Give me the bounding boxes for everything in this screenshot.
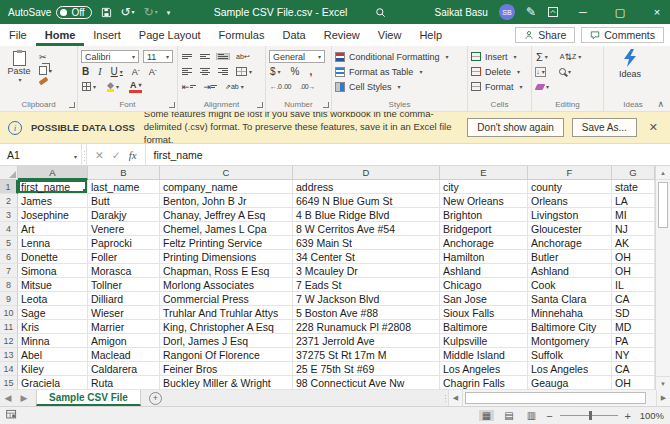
zoom-in-button[interactable]: + — [625, 410, 631, 422]
column-header-A[interactable]: A — [18, 166, 88, 180]
align-right-button[interactable] — [217, 68, 229, 75]
cell-B3[interactable]: Darakjy — [88, 208, 160, 222]
cell-F9[interactable]: Santa Clara — [528, 292, 612, 306]
cell-A6[interactable]: Donette — [18, 250, 88, 264]
cell-C5[interactable]: Feltz Printing Service — [160, 236, 293, 250]
record-macro-icon[interactable] — [6, 409, 17, 422]
cell-F4[interactable]: Gloucester — [528, 222, 612, 236]
cell-E14[interactable]: Los Angeles — [440, 362, 528, 376]
cell-F11[interactable]: Baltimore City — [528, 320, 612, 334]
cell-B9[interactable]: Dilliard — [88, 292, 160, 306]
row-header-2[interactable]: 2 — [0, 194, 18, 208]
sheet-tab-active[interactable]: Sample CSV File — [36, 390, 141, 406]
cell-D6[interactable]: 34 Center St — [293, 250, 440, 264]
increase-decimal-button[interactable]: ←.0 .00 — [269, 83, 292, 90]
cell-C11[interactable]: King, Christopher A Esq — [160, 320, 293, 334]
cell-E10[interactable]: Sioux Falls — [440, 306, 528, 320]
insert-function-icon[interactable]: fx — [129, 149, 137, 161]
column-header-C[interactable]: C — [160, 166, 293, 180]
vertical-scrollbar[interactable]: ▲ ▼ — [655, 166, 670, 390]
scroll-up-icon[interactable]: ▲ — [656, 166, 670, 180]
tab-help[interactable]: Help — [410, 24, 451, 46]
cell-C9[interactable]: Commercial Press — [160, 292, 293, 306]
cell-A15[interactable]: Graciela — [18, 376, 88, 390]
cell-G9[interactable]: CA — [612, 292, 655, 306]
number-dialog-launcher[interactable] — [323, 102, 329, 108]
cell-D9[interactable]: 7 W Jackson Blvd — [293, 292, 440, 306]
cell-A2[interactable]: James — [18, 194, 88, 208]
decrease-decimal-button[interactable]: .00→ — [299, 83, 316, 90]
cell-G5[interactable]: AK — [612, 236, 655, 250]
cell-A8[interactable]: Mitsue — [18, 278, 88, 292]
cell-F10[interactable]: Minnehaha — [528, 306, 612, 320]
cell-D1[interactable]: address — [293, 180, 440, 194]
cell-F15[interactable]: Geauga — [528, 376, 612, 390]
horizontal-scrollbar[interactable] — [462, 390, 656, 406]
cell-G2[interactable]: LA — [612, 194, 655, 208]
cell-G11[interactable]: MD — [612, 320, 655, 334]
fill-color-button[interactable]: ◆ — [106, 81, 120, 92]
cell-A11[interactable]: Kris — [18, 320, 88, 334]
warning-close-icon[interactable]: ✕ — [645, 121, 662, 134]
cell-D5[interactable]: 639 Main St — [293, 236, 440, 250]
cell-F8[interactable]: Cook — [528, 278, 612, 292]
cell-D7[interactable]: 3 Mcauley Dr — [293, 264, 440, 278]
cell-C14[interactable]: Feiner Bros — [160, 362, 293, 376]
tab-data[interactable]: Data — [273, 24, 314, 46]
cell-C7[interactable]: Chapman, Ross E Esq — [160, 264, 293, 278]
cell-D12[interactable]: 2371 Jerrold Ave — [293, 334, 440, 348]
format-cells-button[interactable]: Format — [471, 79, 528, 94]
percent-style-button[interactable]: % — [290, 66, 301, 77]
cell-C1[interactable]: company_name — [160, 180, 293, 194]
row-header-6[interactable]: 6 — [0, 250, 18, 264]
cell-E4[interactable]: Bridgeport — [440, 222, 528, 236]
cell-A1[interactable]: first_name — [18, 180, 88, 194]
row-header-15[interactable]: 15 — [0, 376, 18, 390]
cell-E12[interactable]: Kulpsville — [440, 334, 528, 348]
name-box-dropdown-icon[interactable] — [72, 149, 77, 161]
cell-B6[interactable]: Foller — [88, 250, 160, 264]
font-dialog-launcher[interactable] — [169, 102, 175, 108]
zoom-out-button[interactable]: − — [546, 410, 552, 422]
cell-B13[interactable]: Maclead — [88, 348, 160, 362]
row-header-5[interactable]: 5 — [0, 236, 18, 250]
row-header-1[interactable]: 1 — [0, 180, 18, 194]
cell-A7[interactable]: Simona — [18, 264, 88, 278]
cell-E15[interactable]: Chagrin Falls — [440, 376, 528, 390]
horizontal-scroll-thumb[interactable] — [465, 392, 646, 404]
cell-D2[interactable]: 6649 N Blue Gum St — [293, 194, 440, 208]
redo-button[interactable]: ↻▾ — [144, 6, 158, 18]
cell-B10[interactable]: Wieser — [88, 306, 160, 320]
comments-button[interactable]: Comments — [581, 27, 664, 43]
row-header-10[interactable]: 10 — [0, 306, 18, 320]
cell-E7[interactable]: Ashland — [440, 264, 528, 278]
cell-E9[interactable]: San Jose — [440, 292, 528, 306]
cell-E1[interactable]: city — [440, 180, 528, 194]
cell-B8[interactable]: Tollner — [88, 278, 160, 292]
tab-file[interactable]: File — [0, 24, 36, 46]
clipboard-dialog-launcher[interactable] — [69, 102, 75, 108]
increase-indent-button[interactable]: ⇥ — [203, 82, 219, 92]
cell-E2[interactable]: New Orleans — [440, 194, 528, 208]
conditional-formatting-button[interactable]: Conditional Formatting — [335, 49, 464, 64]
ideas-button[interactable]: Ideas — [607, 49, 653, 79]
center-button[interactable] — [199, 68, 211, 75]
zoom-level[interactable]: 100% — [638, 410, 664, 421]
cell-A5[interactable]: Lenna — [18, 236, 88, 250]
cell-A3[interactable]: Josephine — [18, 208, 88, 222]
cell-G1[interactable]: state — [612, 180, 655, 194]
column-header-D[interactable]: D — [293, 166, 440, 180]
cut-icon[interactable]: ✂ — [38, 52, 53, 62]
cell-B14[interactable]: Caldarera — [88, 362, 160, 376]
borders-button[interactable] — [81, 82, 97, 91]
autosum-button[interactable]: Σ — [535, 51, 549, 63]
cell-B12[interactable]: Amigon — [88, 334, 160, 348]
cell-D13[interactable]: 37275 St Rt 17m M — [293, 348, 440, 362]
user-name[interactable]: Saikat Basu — [435, 7, 488, 18]
normal-view-button[interactable]: ▦ — [479, 410, 494, 421]
cell-G8[interactable]: IL — [612, 278, 655, 292]
cell-F1[interactable]: county — [528, 180, 612, 194]
cell-G6[interactable]: OH — [612, 250, 655, 264]
cell-F5[interactable]: Anchorage — [528, 236, 612, 250]
cell-E5[interactable]: Anchorage — [440, 236, 528, 250]
